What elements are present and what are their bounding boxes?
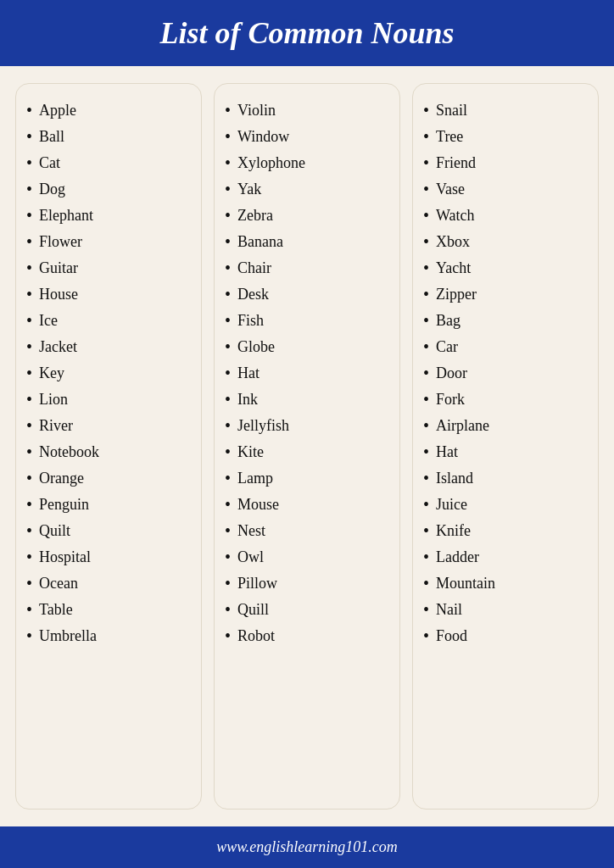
column-1: AppleBallCatDogElephantFlowerGuitarHouse…: [15, 83, 202, 810]
list-item: Vase: [423, 176, 588, 203]
list-item: Lamp: [225, 465, 389, 492]
list-item: Bag: [423, 308, 588, 334]
list-item: Key: [26, 360, 191, 387]
noun-list-1: AppleBallCatDogElephantFlowerGuitarHouse…: [26, 97, 191, 649]
list-item: Kite: [225, 439, 389, 465]
page-header: List of Common Nouns: [0, 0, 614, 66]
list-item: Ink: [225, 387, 389, 413]
list-item: Notebook: [26, 439, 191, 465]
list-item: Owl: [225, 544, 389, 570]
list-item: Hat: [423, 439, 588, 465]
list-item: Yacht: [423, 255, 588, 281]
list-item: Globe: [225, 334, 389, 360]
noun-list-2: ViolinWindowXylophoneYakZebraBananaChair…: [225, 97, 389, 649]
list-item: Robot: [225, 623, 389, 649]
list-item: Door: [423, 360, 588, 387]
list-item: Pillow: [225, 570, 389, 597]
list-item: Fish: [225, 308, 389, 334]
list-item: Juice: [423, 492, 588, 518]
page-footer: www.englishlearning101.com: [0, 826, 614, 868]
list-item: House: [26, 281, 191, 308]
list-item: Xbox: [423, 229, 588, 255]
list-item: Fork: [423, 387, 588, 413]
list-item: Nest: [225, 518, 389, 544]
list-item: Island: [423, 465, 588, 492]
list-item: Food: [423, 623, 588, 649]
list-item: Quill: [225, 597, 389, 623]
page-title: List of Common Nouns: [17, 15, 597, 51]
list-item: Banana: [225, 229, 389, 255]
list-item: Hospital: [26, 544, 191, 570]
list-item: Desk: [225, 281, 389, 308]
list-item: Mountain: [423, 570, 588, 597]
list-item: Elephant: [26, 203, 191, 229]
list-item: Umbrella: [26, 623, 191, 649]
list-item: Dog: [26, 176, 191, 203]
list-item: Table: [26, 597, 191, 623]
list-item: Hat: [225, 360, 389, 387]
list-item: Nail: [423, 597, 588, 623]
list-item: Airplane: [423, 413, 588, 439]
list-item: Window: [225, 124, 389, 150]
list-item: Flower: [26, 229, 191, 255]
list-item: River: [26, 413, 191, 439]
list-item: Jacket: [26, 334, 191, 360]
main-content: AppleBallCatDogElephantFlowerGuitarHouse…: [0, 66, 614, 826]
list-item: Lion: [26, 387, 191, 413]
list-item: Friend: [423, 150, 588, 176]
list-item: Car: [423, 334, 588, 360]
list-item: Watch: [423, 203, 588, 229]
footer-url: www.englishlearning101.com: [216, 838, 398, 855]
list-item: Violin: [225, 97, 389, 124]
list-item: Yak: [225, 176, 389, 203]
list-item: Ocean: [26, 570, 191, 597]
list-item: Zebra: [225, 203, 389, 229]
list-item: Tree: [423, 124, 588, 150]
list-item: Apple: [26, 97, 191, 124]
column-3: SnailTreeFriendVaseWatchXboxYachtZipperB…: [412, 83, 599, 810]
list-item: Guitar: [26, 255, 191, 281]
list-item: Xylophone: [225, 150, 389, 176]
list-item: Cat: [26, 150, 191, 176]
list-item: Jellyfish: [225, 413, 389, 439]
list-item: Chair: [225, 255, 389, 281]
list-item: Mouse: [225, 492, 389, 518]
list-item: Orange: [26, 465, 191, 492]
column-2: ViolinWindowXylophoneYakZebraBananaChair…: [214, 83, 400, 810]
list-item: Ball: [26, 124, 191, 150]
list-item: Knife: [423, 518, 588, 544]
noun-list-3: SnailTreeFriendVaseWatchXboxYachtZipperB…: [423, 97, 588, 649]
list-item: Zipper: [423, 281, 588, 308]
list-item: Quilt: [26, 518, 191, 544]
list-item: Ice: [26, 308, 191, 334]
list-item: Penguin: [26, 492, 191, 518]
list-item: Ladder: [423, 544, 588, 570]
list-item: Snail: [423, 97, 588, 124]
